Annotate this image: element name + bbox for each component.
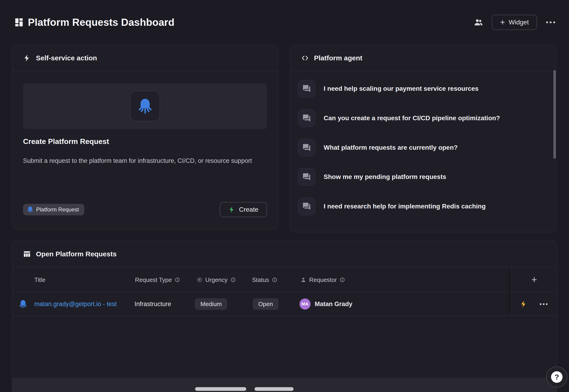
row-urgency-cell: Medium	[195, 293, 227, 316]
chat-icon	[302, 84, 311, 93]
bolt-icon	[23, 54, 31, 62]
agent-suggestion-item[interactable]: I need help scaling our payment service …	[298, 80, 479, 98]
bolt-icon	[520, 300, 527, 308]
row-request-type-cell: Infrastructure	[135, 293, 171, 316]
chat-icon	[302, 114, 311, 123]
radio-icon	[197, 277, 202, 283]
chat-bubble-tile	[298, 198, 315, 215]
row-status-cell: Open	[253, 293, 279, 316]
agent-suggestion-item[interactable]: Show me my pending platform requests	[298, 168, 446, 186]
action-hero-panel	[23, 83, 267, 129]
requestor-avatar: MA	[299, 298, 311, 309]
plus-icon: +	[500, 18, 505, 27]
create-button[interactable]: Create	[220, 202, 267, 217]
ellipsis-icon: •••	[540, 301, 549, 308]
plus-icon: +	[531, 274, 537, 285]
horizontal-scrollbar-thumb[interactable]	[195, 387, 246, 391]
table-footer-strip	[12, 378, 557, 392]
status-badge: Open	[253, 298, 279, 310]
dashboard-grid-icon	[14, 17, 23, 27]
chat-bubble-tile	[298, 109, 315, 127]
platform-agent-card-header: Platform agent	[290, 45, 556, 71]
column-header-title[interactable]: Title	[34, 267, 45, 293]
users-icon	[474, 18, 483, 27]
page-more-menu-button[interactable]: •••	[545, 17, 557, 28]
table-card-title: Open Platform Requests	[36, 250, 116, 258]
person-icon	[300, 277, 306, 283]
row-title-link[interactable]: matan.grady@getport.io - test	[34, 301, 117, 308]
run-action-button[interactable]	[519, 299, 528, 309]
urgency-badge: Medium	[195, 298, 227, 310]
dashboard-root: Platform Requests Dashboard + Widget •••…	[0, 0, 569, 392]
open-platform-requests-card: Open Platform Requests Title Request Typ…	[12, 241, 557, 392]
agent-suggestion-item[interactable]: What platform requests are currently ope…	[298, 139, 458, 156]
ellipsis-icon: •••	[546, 18, 556, 26]
chat-icon	[302, 143, 311, 152]
chat-icon	[302, 172, 311, 181]
action-title: Create Platform Request	[23, 137, 109, 146]
help-button[interactable]: ?	[546, 366, 567, 388]
question-mark-icon: ?	[551, 371, 563, 383]
platform-agent-card: Platform agent I need help scaling our p…	[290, 45, 556, 232]
row-more-menu-button[interactable]: •••	[539, 300, 549, 309]
agent-list-scrollbar[interactable]	[553, 70, 556, 159]
chat-bubble-tile	[298, 80, 315, 98]
agent-suggestion-label: I need research help for implementing Re…	[324, 203, 486, 210]
port-squid-icon	[138, 98, 152, 114]
chat-bubble-tile	[298, 168, 315, 186]
create-button-label: Create	[239, 206, 258, 213]
table-icon	[23, 250, 31, 258]
table-actions-column: + •••	[511, 267, 557, 316]
column-header-status[interactable]: Status	[252, 267, 277, 293]
agent-suggestion-item[interactable]: I need research help for implementing Re…	[298, 198, 486, 215]
table-header-row: Title Request Type Urgency Status Reques…	[12, 267, 557, 293]
agent-suggestion-label: What platform requests are currently ope…	[324, 144, 458, 151]
info-icon[interactable]	[272, 277, 277, 283]
agent-suggestion-label: I need help scaling our payment service …	[324, 85, 479, 92]
info-icon[interactable]	[230, 277, 236, 283]
port-squid-icon	[27, 206, 33, 213]
info-icon[interactable]	[175, 277, 180, 283]
row-entity-icon-cell	[19, 293, 27, 316]
action-description: Submit a request to the platform team fo…	[23, 156, 258, 166]
header-actions: + Widget •••	[473, 15, 557, 30]
self-service-card-title: Self-service action	[36, 54, 97, 62]
table-card-header: Open Platform Requests	[12, 241, 557, 267]
agent-suggestion-label: Can you create a request for CI/CD pipel…	[324, 114, 500, 122]
row-requestor-cell: MA Matan Grady	[299, 293, 353, 316]
blueprint-chip-platform-request[interactable]: Platform Request	[23, 204, 84, 215]
actions-column-header: +	[512, 267, 557, 293]
requestor-name: Matan Grady	[315, 301, 353, 308]
action-logo-tile	[130, 91, 160, 121]
platform-agent-card-title: Platform agent	[314, 54, 362, 62]
chat-icon	[302, 202, 311, 211]
share-users-button[interactable]	[473, 17, 484, 28]
info-icon[interactable]	[340, 277, 345, 283]
row-title-cell: matan.grady@getport.io - test	[34, 293, 117, 316]
add-widget-button[interactable]: + Widget	[492, 15, 537, 30]
column-header-requestor[interactable]: Requestor	[300, 267, 345, 293]
port-squid-icon	[19, 300, 27, 309]
self-service-card-header: Self-service action	[12, 45, 278, 71]
row-actions-cell: •••	[512, 293, 557, 316]
agent-suggestion-item[interactable]: Can you create a request for CI/CD pipel…	[298, 109, 500, 127]
column-header-urgency[interactable]: Urgency	[197, 267, 236, 293]
column-header-request-type[interactable]: Request Type	[135, 267, 180, 293]
add-column-button[interactable]: +	[529, 275, 540, 285]
page-header: Platform Requests Dashboard + Widget •••	[14, 13, 557, 31]
horizontal-scrollbar-thumb[interactable]	[255, 387, 294, 391]
agent-suggestion-label: Show me my pending platform requests	[324, 173, 446, 181]
code-icon	[301, 54, 309, 62]
add-widget-label: Widget	[509, 19, 529, 26]
blueprint-chip-label: Platform Request	[36, 206, 79, 213]
bolt-icon	[228, 206, 235, 213]
table-row: matan.grady@getport.io - test Infrastruc…	[12, 293, 557, 316]
chat-bubble-tile	[298, 139, 315, 156]
page-title: Platform Requests Dashboard	[28, 17, 174, 28]
self-service-action-card: Self-service action Create Platform Requ…	[12, 45, 278, 229]
